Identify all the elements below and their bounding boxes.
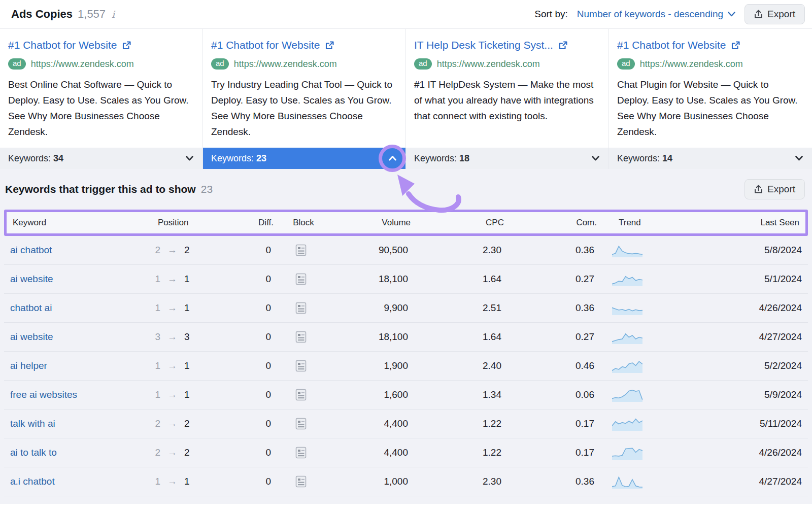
external-link-icon[interactable]	[558, 41, 568, 50]
ad-title-link[interactable]: #1 Chatbot for Website	[617, 39, 726, 51]
ad-url: https://www.zendesk.com	[234, 59, 337, 70]
table-row: free ai websites 1 → 1 0 1,600 1.34 0.06…	[4, 381, 808, 410]
ad-title-link[interactable]: IT Help Desk Ticketing Syst...	[414, 39, 553, 51]
keyword-link[interactable]: a.i chatbot	[10, 476, 55, 487]
column-volume[interactable]: Volume	[326, 218, 423, 228]
serp-snapshot-icon[interactable]	[295, 417, 307, 430]
keyword-link[interactable]: ai website	[10, 274, 53, 284]
serp-snapshot-icon[interactable]	[295, 301, 307, 315]
position-new: 2	[184, 245, 190, 256]
diff-cell: 0	[222, 389, 278, 400]
keyword-link[interactable]: ai helper	[10, 360, 47, 371]
last-seen-cell: 4/27/2024	[665, 476, 808, 487]
volume-cell: 4,400	[324, 418, 420, 429]
sort-select[interactable]: Number of keywords - descending	[577, 9, 735, 20]
trend-cell	[607, 388, 665, 402]
keyword-link[interactable]: ai website	[10, 331, 53, 342]
ad-title-link[interactable]: #1 Chatbot for Website	[211, 39, 320, 51]
com-cell: 0.36	[514, 302, 607, 314]
position-cell: 1 → 1	[146, 302, 222, 314]
cpc-cell: 2.30	[420, 476, 514, 487]
column-position[interactable]: Position	[149, 218, 225, 228]
export-button-top[interactable]: Export	[745, 4, 805, 24]
position-old: 2	[152, 418, 160, 429]
position-cell: 2 → 2	[146, 418, 222, 429]
last-seen-cell: 5/11/2024	[665, 418, 808, 429]
com-cell: 0.46	[514, 360, 607, 371]
cpc-cell: 1.64	[420, 274, 514, 285]
trend-sparkline	[612, 474, 665, 489]
trend-cell	[607, 301, 665, 315]
ad-keywords-toggle[interactable]: Keywords: 18	[406, 148, 608, 169]
keyword-link[interactable]: talk with ai	[10, 418, 55, 429]
ad-keywords-toggle[interactable]: Keywords: 34	[0, 148, 202, 169]
keyword-link[interactable]: chatbot ai	[10, 302, 52, 313]
keyword-link[interactable]: ai chatbot	[10, 245, 52, 255]
table-header-highlight: Keyword Position Diff. Block Volume CPC …	[4, 210, 808, 236]
diff-cell: 0	[222, 360, 278, 371]
export-button-keywords[interactable]: Export	[745, 179, 805, 199]
column-keyword[interactable]: Keyword	[7, 218, 149, 228]
position-old: 3	[152, 331, 160, 343]
trend-cell	[607, 446, 665, 460]
com-cell: 0.17	[514, 418, 607, 429]
external-link-icon[interactable]	[122, 41, 131, 50]
top-header: Ads Copies 1,557 i Sort by: Number of ke…	[0, 0, 812, 29]
position-new: 3	[184, 331, 190, 343]
cpc-cell: 1.22	[420, 447, 514, 458]
position-cell: 2 → 2	[146, 245, 222, 256]
keywords-section: Keywords that trigger this ad to show 23…	[0, 169, 812, 504]
serp-snapshot-icon[interactable]	[295, 446, 307, 459]
position-new: 2	[184, 418, 190, 429]
trend-sparkline	[612, 243, 665, 257]
export-icon	[754, 10, 763, 19]
com-cell: 0.17	[514, 447, 607, 458]
ad-keywords-toggle[interactable]: Keywords: 14	[609, 148, 812, 169]
position-old: 1	[152, 302, 160, 314]
external-link-icon[interactable]	[325, 41, 334, 50]
chevron-up-icon[interactable]	[389, 156, 396, 161]
volume-cell: 1,600	[324, 389, 420, 400]
last-seen-cell: 5/8/2024	[665, 245, 808, 256]
last-seen-cell: 4/27/2024	[665, 331, 808, 343]
keyword-link[interactable]: ai to talk to	[10, 447, 57, 458]
table-row: talk with ai 2 → 2 0 4,400 1.22 0.17 5/1…	[4, 410, 808, 438]
ad-description: Chat Plugin for Website — Quick to Deplo…	[617, 77, 803, 140]
serp-snapshot-icon[interactable]	[295, 359, 307, 372]
serp-snapshot-icon[interactable]	[295, 272, 307, 286]
sort-by-label: Sort by:	[534, 9, 567, 20]
chevron-down-icon[interactable]	[795, 156, 803, 161]
table-header-row: Keyword Position Diff. Block Volume CPC …	[7, 212, 805, 233]
column-last-seen[interactable]: Last Seen	[668, 218, 805, 228]
serp-snapshot-icon[interactable]	[295, 475, 307, 488]
ad-keywords-toggle[interactable]: Keywords: 23	[203, 148, 405, 169]
keywords-section-title: Keywords that trigger this ad to show	[5, 183, 196, 195]
column-trend[interactable]: Trend	[610, 218, 668, 228]
chevron-down-icon[interactable]	[186, 156, 193, 161]
last-seen-cell: 5/9/2024	[665, 389, 808, 400]
serp-snapshot-icon[interactable]	[295, 330, 307, 344]
cpc-cell: 1.22	[420, 418, 514, 429]
keyword-link[interactable]: free ai websites	[10, 389, 77, 400]
external-link-icon[interactable]	[731, 41, 740, 50]
info-icon[interactable]: i	[111, 9, 115, 20]
position-arrow-icon: →	[167, 476, 177, 487]
keywords-count: 23	[256, 153, 266, 163]
position-arrow-icon: →	[167, 360, 177, 371]
serp-snapshot-icon[interactable]	[295, 244, 307, 257]
diff-cell: 0	[222, 245, 278, 256]
keywords-count: 18	[459, 153, 469, 163]
ad-description: #1 IT HelpDesk System — Make the most of…	[414, 77, 599, 124]
ad-title-link[interactable]: #1 Chatbot for Website	[8, 39, 117, 51]
position-new: 2	[184, 447, 190, 458]
column-diff[interactable]: Diff.	[225, 218, 281, 228]
column-com[interactable]: Com.	[517, 218, 610, 228]
cpc-cell: 1.64	[420, 331, 514, 343]
chevron-down-icon	[728, 12, 735, 17]
position-new: 1	[184, 274, 190, 285]
serp-snapshot-icon[interactable]	[295, 388, 307, 401]
last-seen-cell: 4/26/2024	[665, 447, 808, 458]
chevron-down-icon[interactable]	[592, 156, 599, 161]
column-cpc[interactable]: CPC	[423, 218, 517, 228]
column-block[interactable]: Block	[281, 218, 326, 228]
